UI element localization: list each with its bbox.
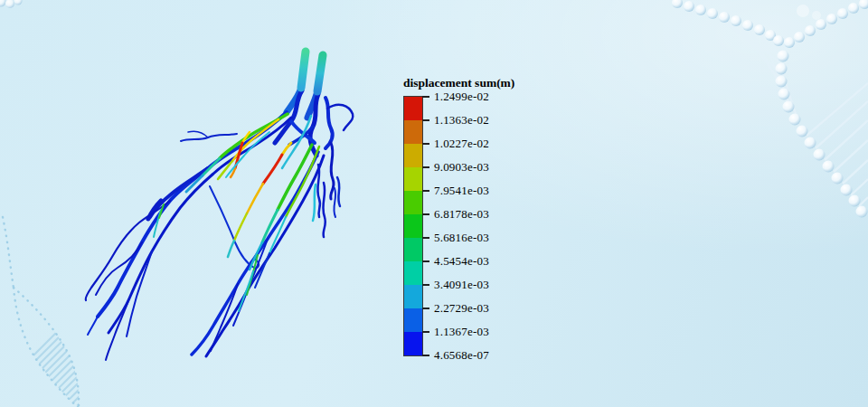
- dna-helix-decoration: [672, 0, 868, 218]
- bubble-decoration: [797, 5, 809, 17]
- corner-beads-decoration: [0, 0, 23, 8]
- legend-colorbar: [403, 96, 423, 356]
- tick-mark-icon: [422, 284, 429, 286]
- legend-ticks: 1.2499e-021.1363e-021.0227e-029.0903e-03…: [422, 97, 522, 355]
- colorbar-band: [404, 144, 422, 167]
- colorbar-band: [404, 214, 422, 238]
- tick-label: 4.5454e-03: [434, 254, 489, 269]
- tick-mark-icon: [422, 190, 429, 192]
- vessel-inlet-tubes: [301, 52, 323, 91]
- legend: displacement sum(m) 1.2499e-021.1363e-02…: [403, 75, 514, 356]
- tick-mark-icon: [422, 143, 429, 145]
- tick-label: 1.2499e-02: [434, 90, 489, 104]
- tick-mark-icon: [422, 119, 429, 121]
- tick-label: 1.1367e-03: [434, 325, 489, 339]
- vessel-model: [86, 52, 354, 360]
- legend-tick: 7.9541e-03: [422, 184, 489, 198]
- legend-tick: 1.2499e-02: [422, 90, 489, 104]
- tick-label: 6.8178e-03: [434, 207, 489, 222]
- colorbar-band: [404, 167, 422, 191]
- tick-label: 4.6568e-07: [434, 348, 489, 363]
- tick-label: 2.2729e-03: [434, 301, 489, 316]
- legend-tick: 5.6816e-03: [422, 231, 489, 245]
- legend-tick: 4.5454e-03: [422, 254, 489, 269]
- tick-label: 9.0903e-03: [434, 160, 489, 175]
- tick-label: 1.0227e-02: [434, 137, 489, 151]
- legend-tick: 1.0227e-02: [422, 137, 489, 151]
- tick-mark-icon: [422, 331, 429, 333]
- page: { "legend": { "title": "displacement sum…: [0, 0, 868, 407]
- tick-label: 7.9541e-03: [434, 184, 489, 198]
- legend-tick: 1.1367e-03: [422, 325, 489, 339]
- colorbar-band: [404, 191, 422, 214]
- colorbar-band: [404, 332, 422, 355]
- tick-mark-icon: [422, 308, 429, 309]
- legend-title: displacement sum(m): [403, 75, 514, 90]
- colorbar-band: [404, 238, 422, 261]
- tick-mark-icon: [422, 355, 429, 356]
- legend-tick: 4.6568e-07: [422, 348, 489, 363]
- legend-tick: 9.0903e-03: [422, 160, 489, 175]
- legend-tick: 3.4091e-03: [422, 278, 489, 292]
- colorbar-band: [404, 97, 422, 120]
- colorbar-band: [404, 120, 422, 144]
- tick-mark-icon: [422, 237, 429, 239]
- vessel-left-branch: [86, 112, 291, 360]
- colorbar-band: [404, 285, 422, 308]
- tick-mark-icon: [422, 96, 429, 98]
- legend-tick: 2.2729e-03: [422, 301, 489, 316]
- tick-label: 3.4091e-03: [434, 278, 489, 292]
- legend-tick: 1.1363e-02: [422, 113, 489, 128]
- colorbar-band: [404, 308, 422, 332]
- tick-label: 1.1363e-02: [434, 113, 489, 128]
- tick-mark-icon: [422, 260, 429, 262]
- legend-tick: 6.8178e-03: [422, 207, 489, 222]
- colorbar-band: [404, 261, 422, 285]
- tick-mark-icon: [422, 166, 429, 168]
- legend-body: 1.2499e-021.1363e-021.0227e-029.0903e-03…: [403, 96, 514, 356]
- tick-label: 5.6816e-03: [434, 231, 489, 245]
- tick-mark-icon: [422, 213, 429, 215]
- bubble-decoration: [812, 11, 821, 20]
- dna-watermark-decoration: [0, 217, 217, 407]
